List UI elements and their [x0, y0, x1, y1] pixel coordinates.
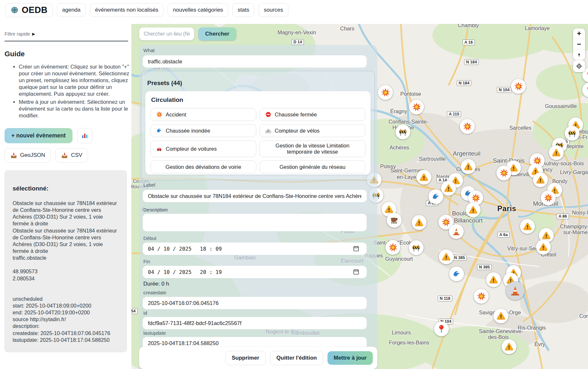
- start-datetime-input[interactable]: 04 / 10 / 2025 18 : 09: [143, 243, 367, 255]
- map-marker-boom[interactable]: [409, 100, 424, 114]
- zoom-in-button[interactable]: +: [573, 28, 585, 39]
- description-input[interactable]: [143, 214, 367, 231]
- id-input[interactable]: [143, 317, 367, 329]
- preset-grid: AccidentChaussée ferméeChaussée inondéeC…: [150, 108, 365, 175]
- what-input[interactable]: [143, 55, 367, 68]
- map-marker-barrier[interactable]: [395, 125, 410, 139]
- map-marker-warn[interactable]: [494, 309, 508, 323]
- top-nav: OEDB agendaévénements non localisésnouve…: [0, 0, 588, 20]
- compass-icon: [576, 52, 582, 58]
- map-marker-cone-selected[interactable]: [506, 281, 525, 300]
- selected-detail-line: Obstacle sur chaussée sur 78N184 extérie…: [13, 200, 119, 227]
- map-marker-warn[interactable]: [520, 219, 535, 234]
- map-place-label: Comb: [579, 313, 588, 319]
- new-event-button[interactable]: + nouvel évènement: [5, 128, 72, 143]
- preset-button-5[interactable]: Gestion de la vitesse Limitation tempora…: [260, 140, 365, 157]
- start-time-value: 18 : 09: [200, 246, 222, 252]
- map-marker-warn[interactable]: [412, 215, 427, 230]
- barrier-icon: [412, 243, 421, 252]
- preset-button-1[interactable]: Chaussée fermée: [260, 108, 365, 121]
- quick-filter-label: Filtre rapide: [5, 31, 30, 37]
- map-marker-pin[interactable]: [434, 321, 449, 336]
- barrier-icon: [568, 129, 577, 138]
- nav-items: agendaévénements non localisésnouvelles …: [57, 3, 288, 17]
- quit-edit-button[interactable]: Quitter l'édition: [270, 351, 323, 365]
- map-marker-warn[interactable]: [536, 240, 551, 255]
- end-datetime-input[interactable]: 04 / 10 / 2025 20 : 19: [143, 266, 367, 278]
- preset-button-3[interactable]: Compteur de vélos: [260, 124, 365, 137]
- nav-item-0[interactable]: agenda: [57, 3, 86, 17]
- nav-item-1[interactable]: événements non localisés: [90, 3, 164, 17]
- map-place-label: Billancourt: [454, 217, 483, 224]
- pin-icon: [585, 85, 588, 94]
- nav-item-2[interactable]: nouvelles catégories: [168, 3, 228, 17]
- end-time-value: 20 : 19: [200, 269, 222, 275]
- warn-icon: [496, 311, 505, 320]
- map-marker-boom[interactable]: [474, 289, 489, 304]
- map-marker-boom[interactable]: [460, 119, 475, 134]
- map-marker-barrier[interactable]: [409, 240, 424, 255]
- boom-icon: [381, 88, 390, 97]
- sidebar: Filtre rapide ▶ Guide Créer un évènement…: [0, 20, 131, 369]
- nav-item-3[interactable]: stats: [232, 3, 254, 17]
- map-marker-wave[interactable]: [449, 266, 464, 281]
- preset-button-4[interactable]: Compteur de voitures: [150, 140, 256, 157]
- map-marker-mammoth[interactable]: [387, 213, 402, 228]
- calendar-icon[interactable]: [353, 245, 360, 252]
- map-marker-warn[interactable]: [486, 272, 501, 287]
- map-marker-boom[interactable]: [541, 190, 556, 205]
- map-marker-warn[interactable]: [461, 159, 476, 174]
- zoom-out-button[interactable]: −: [573, 39, 585, 50]
- map-marker-boom[interactable]: [385, 240, 400, 255]
- stats-chart-button[interactable]: [77, 128, 93, 143]
- calendar-icon[interactable]: [353, 268, 360, 275]
- search-input[interactable]: [139, 27, 194, 40]
- selected-detail-line: 2.080534: [13, 275, 119, 282]
- update-button[interactable]: Mettre à jour: [327, 351, 373, 365]
- preset-label: Gestion de la vitesse Limitation tempora…: [265, 143, 360, 155]
- map-marker-warn[interactable]: [439, 249, 454, 264]
- map-marker-warn[interactable]: [416, 170, 431, 185]
- selected-detail-line: source http://sytadin.fr/: [13, 316, 119, 323]
- boom-icon: [156, 111, 162, 118]
- map-marker-boom[interactable]: [511, 79, 526, 94]
- id-label: id: [143, 310, 147, 316]
- map-marker-warn[interactable]: [502, 339, 516, 354]
- app-logo[interactable]: OEDB: [5, 3, 53, 17]
- export-geojson-button[interactable]: GeoJSON: [5, 148, 51, 163]
- road-shield: N 385: [477, 264, 492, 270]
- wave-icon: [431, 192, 440, 201]
- map-marker-warn[interactable]: [533, 172, 548, 187]
- createdate-input[interactable]: [143, 297, 367, 309]
- road-shield: N 118: [438, 296, 452, 301]
- preset-button-7[interactable]: Gestion générale du réseau: [260, 160, 365, 173]
- export-csv-button[interactable]: CSV: [55, 148, 88, 163]
- map-marker-boom[interactable]: [496, 166, 511, 180]
- map-place-label: Paris: [497, 204, 516, 213]
- map-marker-warn[interactable]: [549, 145, 564, 160]
- map-place-label: Guyancourt: [385, 256, 413, 262]
- selected-detail-line: traffic.obstacle: [13, 255, 119, 261]
- label-input[interactable]: [143, 190, 367, 202]
- preset-button-0[interactable]: Accident: [150, 108, 256, 121]
- map-marker-warn[interactable]: [441, 181, 456, 196]
- map-marker-wave[interactable]: [428, 189, 443, 204]
- delete-button[interactable]: Supprimer: [225, 351, 266, 365]
- event-edit-form: What Presets (44) Circulation AccidentCh…: [139, 45, 377, 369]
- preset-button-2[interactable]: Chaussée inondée: [150, 124, 256, 137]
- search-button[interactable]: Chercher: [198, 27, 236, 40]
- map-marker-cone[interactable]: [449, 224, 464, 239]
- preset-button-6[interactable]: Gestion des déviations de voirie: [150, 160, 256, 173]
- boom-icon: [463, 122, 472, 131]
- selected-panel-title: sélectionné:: [13, 185, 119, 192]
- map-marker-warn[interactable]: [466, 202, 481, 217]
- road-shield: D 14: [292, 39, 304, 45]
- compass-button[interactable]: [573, 50, 585, 60]
- selected-detail-line: unscheduled: [13, 296, 119, 302]
- locate-me-button[interactable]: [573, 60, 585, 72]
- map-marker-boom[interactable]: [378, 85, 393, 100]
- map-place-label: Achères: [390, 145, 409, 151]
- nav-item-4[interactable]: sources: [259, 3, 288, 17]
- quick-filter-toggle[interactable]: Filtre rapide ▶: [5, 31, 131, 37]
- map-marker-barrier[interactable]: [565, 126, 580, 141]
